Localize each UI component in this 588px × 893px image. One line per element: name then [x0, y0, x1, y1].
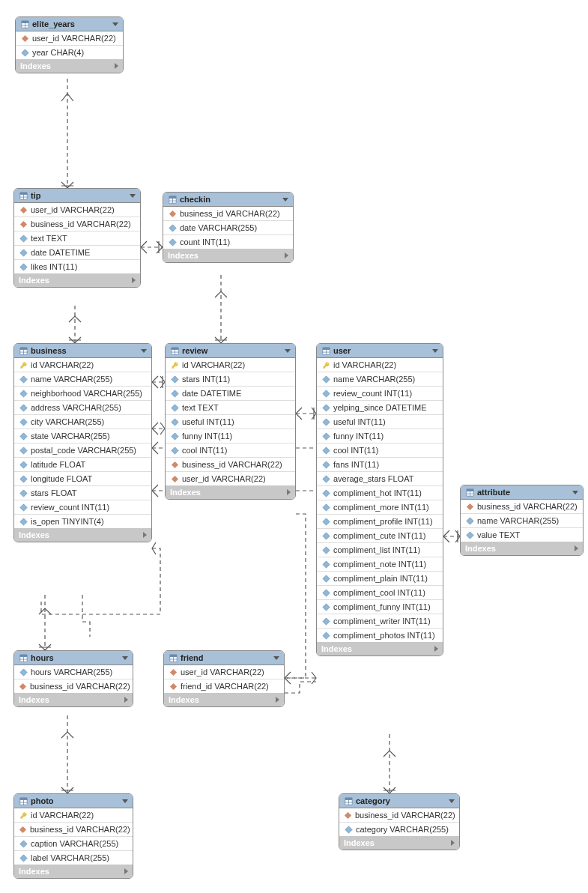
column-row[interactable]: date VARCHAR(255): [163, 221, 293, 235]
column-row[interactable]: cool INT(11): [317, 444, 443, 458]
column-row[interactable]: user_id VARCHAR(22): [16, 31, 123, 46]
table-header[interactable]: category: [339, 794, 459, 808]
indexes-section[interactable]: Indexes: [14, 693, 133, 706]
column-row[interactable]: friend_id VARCHAR(22): [164, 679, 284, 693]
column-row[interactable]: average_stars FLOAT: [317, 472, 443, 486]
table-header[interactable]: attribute: [461, 485, 583, 500]
column-row[interactable]: address VARCHAR(255): [14, 401, 151, 415]
table-header[interactable]: business: [14, 344, 151, 358]
indexes-section[interactable]: Indexes: [461, 542, 583, 555]
column-row[interactable]: compliment_cute INT(11): [317, 529, 443, 543]
table-header[interactable]: elite_years: [16, 17, 123, 31]
table-header[interactable]: review: [166, 344, 295, 358]
column-row[interactable]: latitude FLOAT: [14, 458, 151, 472]
table-business[interactable]: businessid VARCHAR(22)name VARCHAR(255)n…: [13, 343, 152, 542]
indexes-section[interactable]: Indexes: [163, 249, 293, 262]
column-row[interactable]: hours VARCHAR(255): [14, 665, 133, 679]
indexes-section[interactable]: Indexes: [339, 836, 459, 850]
column-row[interactable]: review_count INT(11): [317, 387, 443, 401]
column-row[interactable]: category VARCHAR(255): [339, 823, 459, 836]
column-row[interactable]: id VARCHAR(22): [14, 808, 133, 823]
column-row[interactable]: text TEXT: [166, 401, 295, 415]
indexes-section[interactable]: Indexes: [14, 528, 151, 542]
column-row[interactable]: cool INT(11): [166, 444, 295, 458]
column-row[interactable]: business_id VARCHAR(22): [14, 679, 133, 693]
column-row[interactable]: user_id VARCHAR(22): [14, 203, 140, 217]
indexes-section[interactable]: Indexes: [317, 642, 443, 656]
column-row[interactable]: is_open TINYINT(4): [14, 515, 151, 528]
column-row[interactable]: stars FLOAT: [14, 486, 151, 500]
column-row[interactable]: value TEXT: [461, 528, 583, 542]
column-row[interactable]: name VARCHAR(255): [461, 514, 583, 528]
table-header[interactable]: hours: [14, 651, 133, 665]
column-row[interactable]: compliment_cool INT(11): [317, 586, 443, 600]
column-text: city VARCHAR(255): [31, 417, 104, 426]
column-row[interactable]: neighborhood VARCHAR(255): [14, 387, 151, 401]
column-row[interactable]: date DATETIME: [14, 246, 140, 260]
column-row[interactable]: year CHAR(4): [16, 46, 123, 59]
column-row[interactable]: business_id VARCHAR(22): [339, 808, 459, 823]
column-row[interactable]: longitude FLOAT: [14, 472, 151, 486]
column-row[interactable]: count INT(11): [163, 235, 293, 249]
column-row[interactable]: compliment_funny INT(11): [317, 600, 443, 614]
column-row[interactable]: user_id VARCHAR(22): [166, 472, 295, 485]
column-row[interactable]: stars INT(11): [166, 372, 295, 387]
column-row[interactable]: id VARCHAR(22): [166, 358, 295, 372]
indexes-section[interactable]: Indexes: [166, 485, 295, 499]
column-row[interactable]: compliment_list INT(11): [317, 543, 443, 557]
column-row[interactable]: compliment_photos INT(11): [317, 629, 443, 642]
table-review[interactable]: reviewid VARCHAR(22)stars INT(11)date DA…: [165, 343, 296, 500]
table-checkin[interactable]: checkinbusiness_id VARCHAR(22)date VARCH…: [163, 192, 294, 263]
column-row[interactable]: funny INT(11): [166, 429, 295, 444]
column-row[interactable]: compliment_plain INT(11): [317, 572, 443, 586]
table-header[interactable]: photo: [14, 794, 133, 808]
column-row[interactable]: compliment_writer INT(11): [317, 614, 443, 629]
column-row[interactable]: city VARCHAR(255): [14, 415, 151, 429]
table-category[interactable]: categorybusiness_id VARCHAR(22)category …: [339, 793, 460, 850]
column-row[interactable]: name VARCHAR(255): [317, 372, 443, 387]
column-row[interactable]: caption VARCHAR(255): [14, 837, 133, 851]
indexes-section[interactable]: Indexes: [14, 865, 133, 878]
column-row[interactable]: text TEXT: [14, 231, 140, 246]
table-elite_years[interactable]: elite_yearsuser_id VARCHAR(22)year CHAR(…: [15, 16, 124, 73]
column-row[interactable]: date DATETIME: [166, 387, 295, 401]
column-row[interactable]: likes INT(11): [14, 260, 140, 273]
column-row[interactable]: id VARCHAR(22): [317, 358, 443, 372]
table-header[interactable]: friend: [164, 651, 284, 665]
column-row[interactable]: fans INT(11): [317, 458, 443, 472]
table-header[interactable]: tip: [14, 189, 140, 203]
indexes-section[interactable]: Indexes: [14, 273, 140, 287]
column-row[interactable]: compliment_profile INT(11): [317, 515, 443, 529]
indexes-section[interactable]: Indexes: [164, 693, 284, 706]
column-row[interactable]: business_id VARCHAR(22): [14, 823, 133, 837]
column-row[interactable]: useful INT(11): [317, 415, 443, 429]
table-hours[interactable]: hourshours VARCHAR(255)business_id VARCH…: [13, 650, 133, 707]
column-row[interactable]: user_id VARCHAR(22): [164, 665, 284, 679]
table-user[interactable]: userid VARCHAR(22)name VARCHAR(255)revie…: [316, 343, 443, 656]
column-row[interactable]: label VARCHAR(255): [14, 851, 133, 865]
column-row[interactable]: postal_code VARCHAR(255): [14, 444, 151, 458]
column-row[interactable]: business_id VARCHAR(22): [461, 500, 583, 514]
svg-marker-96: [19, 840, 26, 847]
table-tip[interactable]: tipuser_id VARCHAR(22)business_id VARCHA…: [13, 188, 141, 288]
column-row[interactable]: state VARCHAR(255): [14, 429, 151, 444]
table-photo[interactable]: photoid VARCHAR(22)business_id VARCHAR(2…: [13, 793, 133, 879]
table-header[interactable]: checkin: [163, 193, 293, 207]
column-row[interactable]: useful INT(11): [166, 415, 295, 429]
column-row[interactable]: business_id VARCHAR(22): [163, 207, 293, 221]
table-attribute[interactable]: attributebusiness_id VARCHAR(22)name VAR…: [460, 485, 584, 556]
table-friend[interactable]: frienduser_id VARCHAR(22)friend_id VARCH…: [163, 650, 285, 707]
column-row[interactable]: funny INT(11): [317, 429, 443, 444]
column-text: count INT(11): [180, 237, 230, 246]
column-row[interactable]: business_id VARCHAR(22): [14, 217, 140, 231]
column-row[interactable]: compliment_note INT(11): [317, 557, 443, 572]
column-row[interactable]: name VARCHAR(255): [14, 372, 151, 387]
column-row[interactable]: compliment_more INT(11): [317, 500, 443, 515]
column-row[interactable]: compliment_hot INT(11): [317, 486, 443, 500]
column-row[interactable]: business_id VARCHAR(22): [166, 458, 295, 472]
column-row[interactable]: review_count INT(11): [14, 500, 151, 515]
column-row[interactable]: yelping_since DATETIME: [317, 401, 443, 415]
table-header[interactable]: user: [317, 344, 443, 358]
indexes-section[interactable]: Indexes: [16, 59, 123, 73]
column-row[interactable]: id VARCHAR(22): [14, 358, 151, 372]
